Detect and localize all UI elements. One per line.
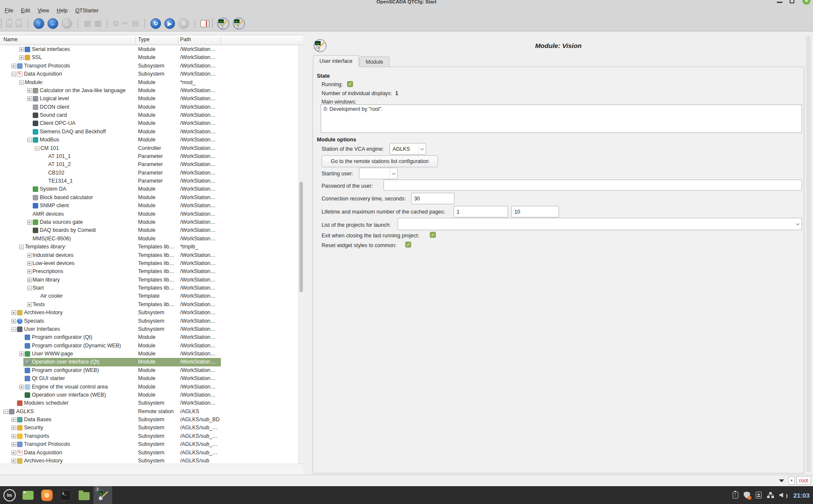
- go-back-button[interactable]: ←: [48, 18, 58, 29]
- expand-icon[interactable]: +: [11, 434, 16, 439]
- expand-icon[interactable]: +: [27, 220, 32, 225]
- clipboard-tray-icon[interactable]: !: [733, 492, 738, 498]
- go-up-button[interactable]: ↑: [34, 18, 44, 29]
- tree-row[interactable]: Program configurator (Qt)Module/WorkStat…: [0, 333, 298, 341]
- expand-icon[interactable]: +: [11, 442, 16, 447]
- expand-icon[interactable]: +: [11, 425, 16, 430]
- expand-icon[interactable]: +: [19, 352, 24, 356]
- tree-row[interactable]: +Data BasesSubsystem/AGLKS/sub_BD: [0, 416, 298, 424]
- tree-row[interactable]: −Module:Module*mod_: [0, 79, 298, 87]
- starting-user-select[interactable]: [359, 168, 398, 179]
- expand-icon[interactable]: +: [11, 459, 16, 463]
- collapse-icon[interactable]: −: [27, 286, 32, 290]
- tree-row[interactable]: +TestsTemplates lib…/WorkStation…: [0, 301, 298, 309]
- expand-icon[interactable]: +: [27, 269, 32, 274]
- expand-icon[interactable]: +: [19, 55, 24, 60]
- status-dropdown-button[interactable]: [776, 476, 787, 485]
- qtstarter-configurator-button[interactable]: [217, 17, 229, 30]
- expand-icon[interactable]: +: [11, 310, 16, 315]
- tree-row[interactable]: +Main libraryTemplates lib…/WorkStation…: [0, 276, 298, 284]
- stop-update-button[interactable]: ✕: [178, 18, 189, 29]
- column-divider[interactable]: [136, 37, 136, 44]
- load-from-db-button[interactable]: [6, 20, 12, 27]
- tree-row[interactable]: +Industrial devicesTemplates lib…/WorkSt…: [0, 251, 298, 259]
- tree-row[interactable]: +Data AcquisitionSubsystem/AGLKS/sub_…: [0, 449, 298, 457]
- openscada-task-button[interactable]: 2: [93, 486, 112, 504]
- tree-row[interactable]: +Archives-HistorySubsystem/WorkStation…: [0, 309, 298, 317]
- tree-header[interactable]: Name Type Path: [0, 35, 303, 45]
- reset-styles-checkbox[interactable]: ✓: [405, 242, 411, 248]
- column-divider[interactable]: [178, 37, 178, 44]
- network-tray-icon[interactable]: [767, 492, 774, 498]
- expand-icon[interactable]: +: [19, 47, 24, 52]
- tree-row[interactable]: +PrescriptionsTemplates lib…/WorkStation…: [0, 267, 298, 276]
- expand-icon[interactable]: +: [27, 261, 32, 266]
- toolbar-handle[interactable]: [1, 19, 3, 28]
- qtstarter-vision-button[interactable]: [233, 17, 245, 30]
- column-divider[interactable]: [220, 37, 221, 44]
- tree-row[interactable]: SNMP clientModule/WorkStation…: [0, 202, 298, 210]
- expand-icon[interactable]: +: [27, 278, 32, 282]
- current-user-badge[interactable]: root: [796, 476, 811, 485]
- toolbar-handle[interactable]: [212, 19, 214, 28]
- minimize-button[interactable]: [777, 2, 782, 3]
- add-item-button[interactable]: ▦: [84, 20, 91, 27]
- tree-row[interactable]: Client OPC-UAModule/WorkStation…: [0, 119, 298, 127]
- tree-row[interactable]: Block based calculatorModule/WorkStation…: [0, 194, 298, 202]
- tree-row[interactable]: System DAModule/WorkStation…: [0, 185, 298, 193]
- tree-row[interactable]: +User WWW-pageModule/WorkStation…: [0, 350, 298, 358]
- tree-row[interactable]: DAQ boards by ComediModule/WorkStation…: [0, 226, 298, 234]
- expand-icon[interactable]: +: [27, 253, 32, 258]
- menu-view[interactable]: View: [34, 8, 53, 14]
- collapse-icon[interactable]: −: [3, 409, 8, 414]
- collapse-icon[interactable]: −: [11, 72, 16, 76]
- exit-on-close-checkbox[interactable]: ✓: [430, 232, 436, 238]
- tree-row[interactable]: CB102Parameter/WorkStation…: [0, 169, 298, 177]
- menu-qtstarter[interactable]: QTStarter: [71, 8, 102, 14]
- column-header-type[interactable]: Type: [138, 37, 150, 42]
- expand-icon[interactable]: +: [11, 451, 16, 455]
- remote-stations-button[interactable]: Go to the remote stations list configura…: [322, 155, 438, 167]
- tree-row[interactable]: −CM 101Controller/WorkStation…: [0, 144, 298, 152]
- expand-icon[interactable]: +: [27, 96, 32, 101]
- files-launcher[interactable]: [75, 486, 93, 504]
- tree-row[interactable]: −StartTemplates lib…/WorkStation…: [0, 284, 298, 292]
- tree-row[interactable]: AT 101_2Parameter/WorkStation…: [0, 160, 298, 169]
- tree-row[interactable]: Air coolerTemplate/WorkStation…: [0, 292, 298, 300]
- cache-max-pages-field[interactable]: [511, 206, 559, 217]
- tree-row[interactable]: Qt GUI starterModule/WorkStation…: [0, 374, 298, 383]
- projects-launch-select[interactable]: [398, 218, 802, 230]
- expand-icon[interactable]: +: [11, 417, 16, 422]
- tree-row[interactable]: Siemens DAQ and BeckhoffModule/WorkStati…: [0, 128, 298, 136]
- main-windows-textarea[interactable]: 0: Development by "root".: [321, 104, 802, 133]
- expand-icon[interactable]: +: [27, 88, 32, 93]
- tree-row[interactable]: −Templates library:Templates lib…*tmplb_: [0, 243, 298, 251]
- tab-module[interactable]: Module: [359, 56, 390, 67]
- tree-row[interactable]: +Serial interfacesModule/WorkStation…: [0, 45, 298, 53]
- maximize-button[interactable]: [790, 0, 794, 3]
- tree-row[interactable]: +Engine of the visual control areaModule…: [0, 383, 298, 391]
- tree-row[interactable]: Operation user interface (Qt)Module/Work…: [0, 358, 298, 366]
- titlebar[interactable]: OpenSCADA QTCfg: Start ✕: [0, 0, 813, 6]
- tree-row[interactable]: Operation user interface (WEB)Module/Wor…: [0, 391, 298, 399]
- column-header-path[interactable]: Path: [180, 37, 191, 42]
- password-field[interactable]: [384, 180, 802, 191]
- tree-vertical-scrollbar[interactable]: [298, 45, 303, 464]
- collapse-icon[interactable]: −: [27, 138, 32, 142]
- tree-row[interactable]: Program configurator (Dynamic WEB)Module…: [0, 342, 298, 350]
- tree-row[interactable]: DCON clientModule/WorkStation…: [0, 103, 298, 111]
- manual-button[interactable]: [200, 20, 209, 27]
- removable-media-tray-icon[interactable]: [756, 492, 762, 498]
- config-tree[interactable]: +Serial interfacesModule/WorkStation…+SS…: [0, 45, 298, 464]
- tree-row[interactable]: −Data AcquisitionSubsystem/WorkStation…: [0, 70, 298, 78]
- expand-icon[interactable]: +: [27, 302, 32, 307]
- tree-horizontal-scrollbar[interactable]: [0, 464, 303, 475]
- tree-row[interactable]: −ModBusModule/WorkStation…: [0, 136, 298, 144]
- volume-tray-icon[interactable]: [779, 492, 787, 498]
- tab-user-interface[interactable]: User interface: [313, 55, 359, 67]
- tree-scroll-thumb[interactable]: [299, 182, 303, 292]
- tree-row[interactable]: +Calculator on the Java-like languageMod…: [0, 87, 298, 95]
- copy-item-button[interactable]: ⧉: [113, 20, 119, 27]
- menu-file[interactable]: File: [1, 8, 17, 14]
- terminal-launcher[interactable]: $_: [56, 486, 75, 504]
